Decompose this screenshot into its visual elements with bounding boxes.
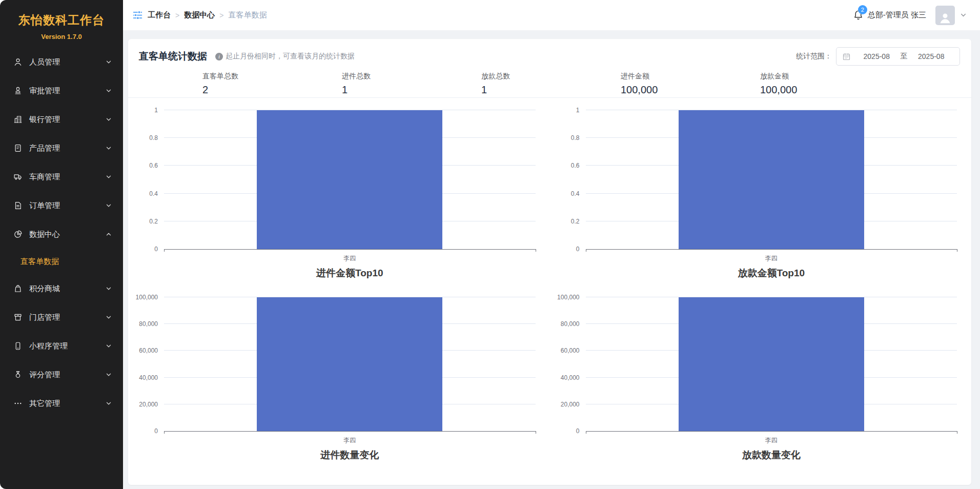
sidebar-item-data-center[interactable]: 数据中心 [0, 220, 123, 249]
chart-title: 进件数量变化 [164, 449, 536, 462]
breadcrumb: 工作台 > 数据中心 > 直客单数据 [132, 10, 267, 21]
sidebar-item-approval[interactable]: 审批管理 [0, 76, 123, 105]
y-axis-tick-label: 60,000 [139, 347, 158, 354]
sidebar-item-personnel[interactable]: 人员管理 [0, 48, 123, 76]
pie-icon [13, 230, 23, 239]
bar-李四 [257, 297, 442, 431]
sidebar-item-label: 评分管理 [29, 370, 106, 380]
bag-icon [13, 284, 23, 293]
chart-incoming-amount-top10: 00.20.40.60.81李四进件金额Top10 [128, 98, 550, 285]
stats-row: 直客单总数 2 进件总数 1 放款总数 1 进件金额 100,000 [128, 66, 971, 96]
range-start-input[interactable] [854, 52, 900, 60]
sidebar-item-product[interactable]: 产品管理 [0, 134, 123, 162]
dots-icon [13, 399, 23, 408]
y-axis-tick-label: 0 [576, 427, 580, 435]
stamp-icon [13, 86, 23, 95]
notification-bell-icon[interactable]: 2 [852, 9, 864, 21]
chevron-down-icon [106, 202, 112, 209]
sidebar-item-order[interactable]: 订单管理 [0, 191, 123, 220]
info-icon: i [215, 53, 223, 60]
y-axis-tick-label: 0.6 [571, 162, 580, 169]
x-axis-line [586, 249, 957, 250]
y-axis-tick-label: 100,000 [557, 294, 579, 301]
date-range-picker[interactable]: 至 [836, 47, 960, 66]
x-axis-tick [586, 249, 586, 252]
x-axis-category-label: 李四 [586, 436, 957, 445]
sidebar-item-points-mall[interactable]: 积分商城 [0, 274, 123, 303]
chevron-down-icon [106, 88, 112, 94]
panel-header-section: 直客单统计数据 i 起止月份相同时，可查看该月的统计数据 统计范围： [128, 39, 971, 98]
y-axis-tick-label: 0.4 [571, 190, 580, 197]
panel-title: 直客单统计数据 [139, 50, 207, 63]
sidebar-item-label: 人员管理 [29, 57, 106, 67]
sidebar-item-other[interactable]: 其它管理 [0, 389, 123, 418]
x-axis-tick [164, 249, 165, 252]
sidebar-item-label: 积分商城 [29, 284, 106, 294]
sidebar-item-bank[interactable]: 银行管理 [0, 105, 123, 134]
user-menu-chevron-down-icon[interactable] [960, 12, 967, 18]
x-axis-category-label: 李四 [586, 254, 957, 263]
breadcrumb-data-center[interactable]: 数据中心 [184, 10, 215, 20]
user-area: 2 总部-管理员 张三 [852, 6, 967, 25]
x-axis-tick [536, 431, 536, 434]
y-axis-tick-label: 0.8 [571, 134, 580, 141]
user-name: 总部-管理员 张三 [868, 10, 926, 20]
y-axis-tick-label: 20,000 [561, 401, 580, 408]
calendar-icon [842, 52, 851, 61]
x-axis-category-label: 李四 [164, 436, 536, 445]
sidebar-item-dealer[interactable]: 车商管理 [0, 162, 123, 191]
y-axis-tick-label: 1 [154, 107, 158, 114]
y-axis-tick-label: 0.8 [149, 134, 158, 141]
breadcrumb-workbench[interactable]: 工作台 [148, 10, 171, 20]
sidebar-item-store[interactable]: 门店管理 [0, 303, 123, 332]
x-axis-line [586, 431, 957, 432]
medal-icon [13, 370, 23, 379]
avatar[interactable] [935, 6, 955, 25]
bar-李四 [257, 110, 442, 249]
sidebar-item-label: 订单管理 [29, 201, 106, 211]
sidebar-item-label: 车商管理 [29, 172, 106, 182]
y-axis-tick-label: 1 [576, 107, 580, 114]
chart-title: 放款数量变化 [586, 449, 957, 462]
range-separator: 至 [900, 52, 909, 61]
chevron-down-icon [106, 286, 112, 292]
y-axis-tick-label: 0 [154, 246, 158, 253]
chart-title: 进件金额Top10 [164, 267, 536, 280]
x-axis-line [164, 431, 536, 432]
panel-info: i 起止月份相同时，可查看该月的统计数据 [215, 52, 355, 61]
chevron-down-icon [106, 145, 112, 151]
y-axis-tick-label: 60,000 [561, 347, 580, 354]
range-end-input[interactable] [909, 52, 954, 60]
x-axis-tick [957, 249, 957, 252]
sidebar-item-mini-program[interactable]: 小程序管理 [0, 332, 123, 360]
sidebar-subitem-direct-order-data[interactable]: 直客单数据 [0, 249, 123, 274]
y-axis-tick-label: 0.2 [571, 218, 580, 225]
sidebar-item-label: 门店管理 [29, 313, 106, 322]
date-range-area: 统计范围： 至 [796, 47, 960, 66]
chevron-down-icon [106, 400, 112, 406]
charts-grid: 00.20.40.60.81李四进件金额Top1000.20.40.60.81李… [128, 98, 971, 467]
sidebar-item-label: 银行管理 [29, 115, 106, 125]
bank-icon [13, 115, 23, 124]
sidebar-item-label: 产品管理 [29, 144, 106, 153]
y-axis-tick-label: 80,000 [561, 320, 580, 328]
panel-info-text: 起止月份相同时，可查看该月的统计数据 [226, 52, 355, 61]
y-axis-tick-label: 20,000 [139, 401, 158, 408]
y-axis-tick-label: 0.4 [149, 190, 158, 197]
date-range-label: 统计范围： [796, 52, 832, 61]
sidebar: 东怡数科工作台 Version 1.7.0 人员管理审批管理银行管理产品管理车商… [0, 0, 123, 489]
y-axis-tick-label: 0 [576, 246, 580, 253]
chart-incoming-count-trend: 020,00040,00060,00080,000100,000李四进件数量变化 [128, 285, 550, 467]
x-axis-tick [164, 431, 165, 434]
sidebar-menu: 人员管理审批管理银行管理产品管理车商管理订单管理数据中心直客单数据积分商城门店管… [0, 48, 123, 418]
app-window: 东怡数科工作台 Version 1.7.0 人员管理审批管理银行管理产品管理车商… [0, 0, 980, 489]
stats-panel: 直客单统计数据 i 起止月份相同时，可查看该月的统计数据 统计范围： [128, 39, 971, 485]
sidebar-subitem-label: 直客单数据 [21, 257, 59, 267]
bar-李四 [679, 110, 864, 249]
sidebar-item-label: 其它管理 [29, 399, 106, 409]
chart-loan-count-trend: 020,00040,00060,00080,000100,000李四放款数量变化 [550, 285, 972, 467]
sidebar-item-rating[interactable]: 评分管理 [0, 360, 123, 389]
y-axis-tick-label: 0 [154, 427, 158, 435]
chevron-down-icon [106, 59, 112, 65]
x-axis-tick [536, 249, 536, 252]
